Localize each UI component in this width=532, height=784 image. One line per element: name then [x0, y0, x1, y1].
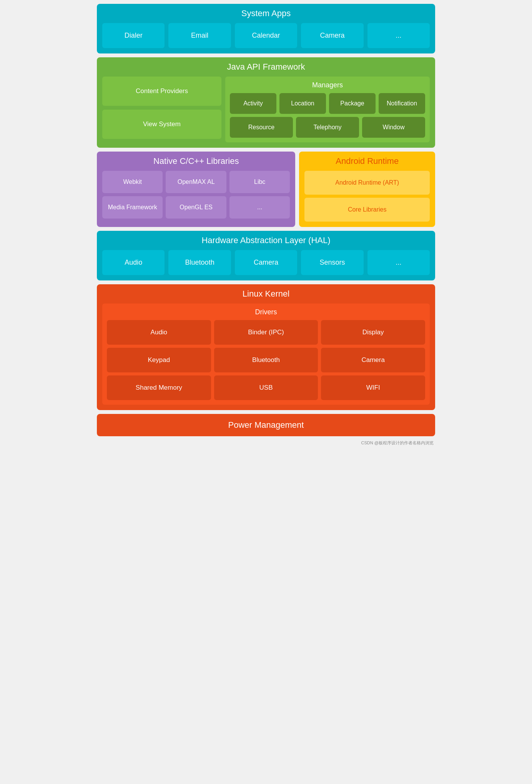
native-libs-title: Native C/C++ Libraries: [102, 156, 290, 166]
driver-audio: Audio: [107, 320, 211, 345]
driver-bluetooth: Bluetooth: [214, 348, 318, 372]
driver-camera: Camera: [321, 348, 425, 372]
manager-location: Location: [279, 93, 326, 114]
system-apps-title: System Apps: [102, 8, 430, 18]
runtime-core-libraries: Core Libraries: [304, 198, 430, 222]
native-opengl: OpenGL ES: [166, 196, 226, 219]
native-row-2: Media Framework OpenGL ES ...: [102, 196, 290, 219]
system-app-calendar: Calendar: [235, 23, 297, 48]
managers-container: Managers Activity Location Package Notif…: [225, 77, 430, 142]
driver-shared-memory: Shared Memory: [107, 375, 211, 400]
hal-sensors: Sensors: [301, 250, 363, 275]
drivers-title: Drivers: [107, 308, 425, 316]
system-apps-layer: System Apps Dialer Email Calendar Camera…: [97, 4, 435, 53]
drivers-container: Drivers Audio Binder (IPC) Display Keypa…: [102, 304, 430, 405]
system-app-more: ...: [367, 23, 430, 48]
hal-more: ...: [367, 250, 430, 275]
middle-row: Native C/C++ Libraries Webkit OpenMAX AL…: [97, 152, 435, 227]
android-architecture-diagram: System Apps Dialer Email Calendar Camera…: [97, 4, 435, 446]
content-providers: Content Providers: [102, 77, 221, 106]
manager-telephony: Telephony: [296, 117, 359, 138]
native-webkit: Webkit: [102, 171, 163, 193]
managers-grid: Activity Location Package Notification R…: [230, 93, 425, 138]
runtime-art: Android Runtime (ART): [304, 171, 430, 195]
managers-row-1: Activity Location Package Notification: [230, 93, 425, 114]
java-api-content: Content Providers View System Managers A…: [102, 77, 430, 142]
manager-notification: Notification: [379, 93, 425, 114]
native-media-framework: Media Framework: [102, 196, 163, 219]
kernel-layer: Linux Kernel Drivers Audio Binder (IPC) …: [97, 284, 435, 410]
driver-display: Display: [321, 320, 425, 345]
system-app-dialer: Dialer: [102, 23, 165, 48]
native-libs-layer: Native C/C++ Libraries Webkit OpenMAX AL…: [97, 152, 295, 227]
hal-audio: Audio: [102, 250, 165, 275]
android-runtime-layer: Android Runtime Android Runtime (ART) Co…: [299, 152, 435, 227]
hal-layer: Hardware Abstraction Layer (HAL) Audio B…: [97, 231, 435, 280]
kernel-title: Linux Kernel: [102, 289, 430, 299]
system-app-camera: Camera: [301, 23, 363, 48]
managers-title: Managers: [230, 81, 425, 89]
driver-keypad: Keypad: [107, 348, 211, 372]
driver-wifi: WIFI: [321, 375, 425, 400]
native-libs-grid: Webkit OpenMAX AL Libc Media Framework O…: [102, 171, 290, 219]
view-system: View System: [102, 110, 221, 139]
hal-camera: Camera: [235, 250, 297, 275]
java-api-title: Java API Framework: [102, 62, 430, 72]
native-more: ...: [229, 196, 290, 219]
manager-package: Package: [329, 93, 376, 114]
managers-row-2: Resource Telephony Window: [230, 117, 425, 138]
hal-bluetooth: Bluetooth: [168, 250, 231, 275]
drivers-row-3: Shared Memory USB WIFI: [107, 375, 425, 400]
manager-resource: Resource: [230, 117, 293, 138]
drivers-row-1: Audio Binder (IPC) Display: [107, 320, 425, 345]
drivers-grid: Audio Binder (IPC) Display Keypad Blueto…: [107, 320, 425, 400]
driver-usb: USB: [214, 375, 318, 400]
android-runtime-title: Android Runtime: [304, 156, 430, 166]
system-app-email: Email: [168, 23, 231, 48]
runtime-grid: Android Runtime (ART) Core Libraries: [304, 171, 430, 222]
drivers-row-2: Keypad Bluetooth Camera: [107, 348, 425, 372]
manager-activity: Activity: [230, 93, 276, 114]
power-management-layer: Power Management: [97, 414, 435, 436]
java-api-left: Content Providers View System: [102, 77, 221, 142]
manager-window: Window: [362, 117, 425, 138]
driver-binder: Binder (IPC): [214, 320, 318, 345]
hal-title: Hardware Abstraction Layer (HAL): [102, 235, 430, 245]
native-libc: Libc: [229, 171, 290, 193]
native-openmax: OpenMAX AL: [166, 171, 226, 193]
hal-grid: Audio Bluetooth Camera Sensors ...: [102, 250, 430, 275]
native-row-1: Webkit OpenMAX AL Libc: [102, 171, 290, 193]
watermark: CSDN @板程序设计的作者名格内浏览: [97, 440, 435, 446]
java-api-layer: Java API Framework Content Providers Vie…: [97, 57, 435, 148]
power-management-title: Power Management: [228, 420, 304, 430]
system-apps-grid: Dialer Email Calendar Camera ...: [102, 23, 430, 48]
